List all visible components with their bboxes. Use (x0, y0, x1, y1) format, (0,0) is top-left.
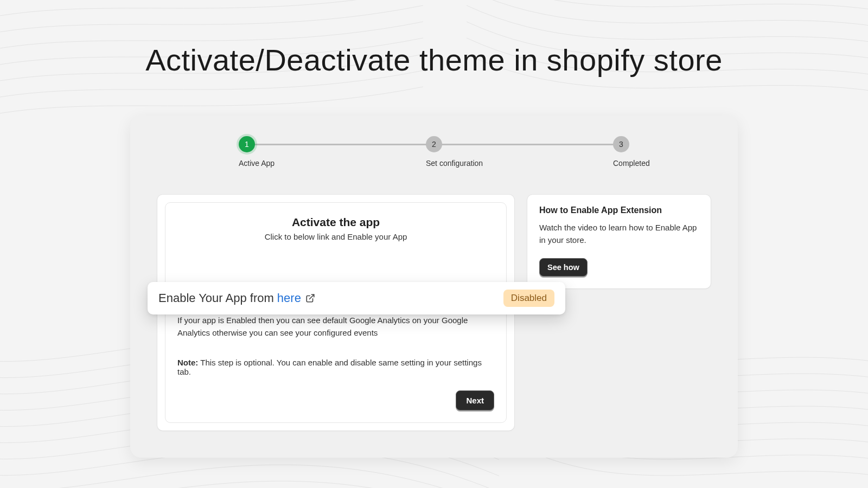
external-link-icon (305, 293, 315, 303)
help-title: How to Enable App Extension (539, 206, 699, 215)
stepper: 1 Active App 2 Set configuration 3 Compl… (239, 136, 629, 173)
step-2-label: Set configuration (426, 159, 442, 168)
note-body: This step is optional. You can enable an… (177, 358, 482, 376)
page-title: Activate/Deactivate theme in shopify sto… (0, 0, 868, 78)
step-2-dot: 2 (426, 136, 442, 152)
see-how-button[interactable]: See how (539, 258, 588, 277)
step-3[interactable]: 3 Completed (613, 136, 629, 168)
svg-line-0 (309, 294, 314, 299)
status-badge: Disabled (503, 290, 554, 307)
step-3-dot: 3 (613, 136, 629, 152)
activate-heading: Activate the app (177, 216, 494, 229)
help-body: Watch the video to learn how to Enable A… (539, 222, 699, 246)
step-1-label: Active App (239, 159, 255, 168)
note-label: Note: (177, 358, 198, 367)
step-2[interactable]: 2 Set configuration (426, 136, 442, 168)
next-button[interactable]: Next (456, 390, 494, 410)
enable-app-popover: Enable Your App from here Disabled (148, 282, 565, 314)
help-card: How to Enable App Extension Watch the vi… (527, 195, 711, 288)
enable-app-link[interactable]: here (277, 291, 301, 305)
enable-app-prefix: Enable Your App from (158, 291, 274, 305)
step-1-dot: 1 (239, 136, 255, 152)
step-3-label: Completed (613, 159, 629, 168)
note-line: Note: This step is optional. You can ena… (177, 358, 494, 376)
why-body: If your app is Enabled then you can see … (177, 314, 494, 339)
activate-subheading: Click to below link and Enable your App (177, 232, 494, 241)
step-1[interactable]: 1 Active App (239, 136, 255, 168)
